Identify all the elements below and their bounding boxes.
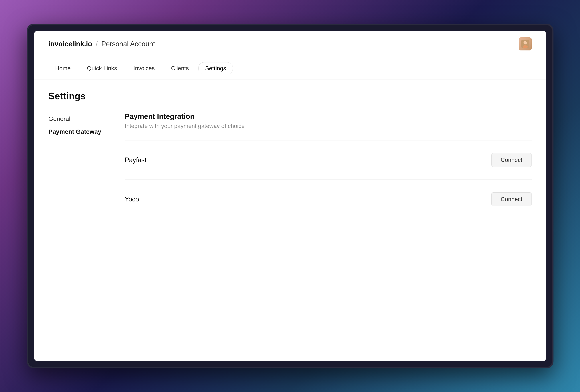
divider-3 <box>125 219 532 219</box>
header: invoicelink.io / Personal Account <box>34 31 546 57</box>
connect-payfast-button[interactable]: Connect <box>491 153 532 167</box>
header-left: invoicelink.io / Personal Account <box>48 40 155 48</box>
svg-point-1 <box>524 41 527 44</box>
main-content: Settings General Payment Gateway Payment… <box>34 80 546 361</box>
gateway-name-payfast: Payfast <box>125 156 146 164</box>
gateway-row-payfast: Payfast Connect <box>125 148 532 172</box>
content-area: General Payment Gateway Payment Integrat… <box>48 112 532 350</box>
breadcrumb-separator: / <box>96 40 98 48</box>
gateway-row-yoco: Yoco Connect <box>125 187 532 211</box>
page-title: Settings <box>48 91 532 101</box>
sidebar-item-payment-gateway[interactable]: Payment Gateway <box>48 125 110 138</box>
section-subtitle: Integrate with your payment gateway of c… <box>125 123 532 129</box>
screen: invoicelink.io / Personal Account Home Q… <box>34 31 546 361</box>
connect-yoco-button[interactable]: Connect <box>491 192 532 206</box>
sidebar-item-general[interactable]: General <box>48 112 110 125</box>
nav-settings[interactable]: Settings <box>198 62 233 74</box>
section-title: Payment Integration <box>125 112 532 120</box>
nav: Home Quick Links Invoices Clients Settin… <box>34 57 546 80</box>
monitor: invoicelink.io / Personal Account Home Q… <box>27 24 554 368</box>
nav-invoices[interactable]: Invoices <box>127 62 161 74</box>
avatar[interactable] <box>519 37 532 50</box>
brand-name[interactable]: invoicelink.io <box>48 40 92 48</box>
nav-home[interactable]: Home <box>48 62 77 74</box>
nav-clients[interactable]: Clients <box>164 62 196 74</box>
settings-sidebar: General Payment Gateway <box>48 112 110 350</box>
content-panel: Payment Integration Integrate with your … <box>125 112 532 350</box>
nav-quick-links[interactable]: Quick Links <box>80 62 124 74</box>
gateway-name-yoco: Yoco <box>125 196 139 203</box>
breadcrumb-current: Personal Account <box>101 40 155 48</box>
